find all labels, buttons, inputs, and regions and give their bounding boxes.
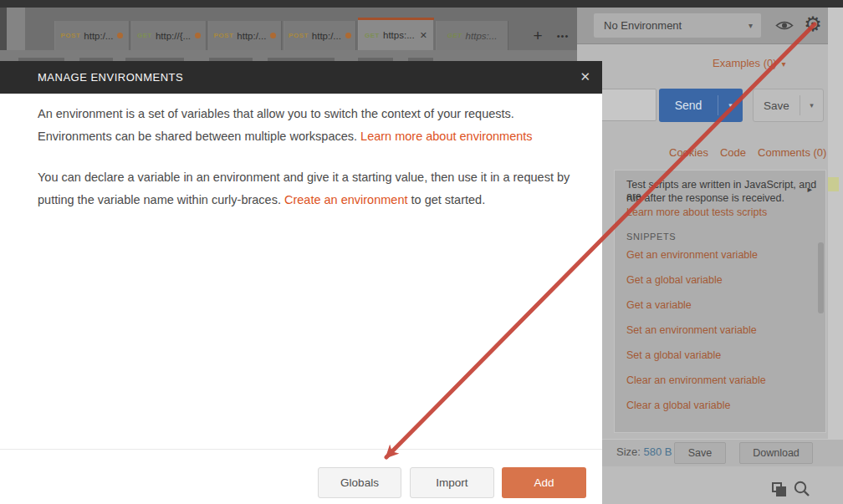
send-button[interactable]: Send ▾	[659, 89, 743, 122]
save-button[interactable]: Save ▾	[753, 89, 824, 122]
modal-paragraph-1: An environment is a set of variables tha…	[38, 103, 580, 148]
request-tab-active[interactable]: GET https:... ✕	[358, 18, 434, 50]
unsaved-dot	[270, 33, 276, 38]
tab-url: https:...	[466, 31, 498, 41]
chevron-down-icon[interactable]: ▾	[718, 101, 743, 109]
paragraph-text: to get started.	[407, 193, 485, 206]
code-link[interactable]: Code	[720, 146, 746, 159]
modal-paragraph-2: You can declare a variable in an environ…	[38, 166, 580, 211]
snippet-link[interactable]: Set a global variable	[626, 349, 721, 361]
environment-select-value: No Environment	[604, 19, 748, 32]
response-download-button[interactable]: Download	[739, 442, 813, 464]
close-icon[interactable]: ✕	[580, 69, 590, 84]
send-label: Send	[659, 99, 718, 112]
request-tab-2[interactable]: GET http://{...	[131, 21, 207, 50]
request-tab-1[interactable]: POST http:/...	[54, 21, 130, 50]
unsaved-dot	[345, 33, 351, 38]
environment-select[interactable]: No Environment ▾	[594, 13, 761, 38]
tests-description-line2: run after the response is received.	[626, 192, 784, 204]
copy-icon[interactable]	[772, 482, 787, 497]
size-label: Size:	[616, 445, 641, 458]
tab-url: http:/...	[237, 31, 266, 41]
copy-icon-front	[776, 486, 786, 496]
unsaved-dot	[195, 33, 201, 38]
scroll-marker	[828, 177, 839, 191]
snippet-link[interactable]: Get a variable	[626, 299, 692, 311]
modal-body: An environment is a set of variables tha…	[38, 103, 580, 230]
learn-more-environments-link[interactable]: Learn more about environments	[360, 130, 533, 143]
method-label: GET	[447, 32, 462, 39]
method-label: GET	[137, 32, 152, 39]
learn-more-tests-link[interactable]: Learn more about tests scripts	[626, 206, 767, 218]
request-tab-3[interactable]: POST http:/...	[208, 21, 282, 50]
examples-dropdown[interactable]: Examples (0)▾	[713, 57, 786, 69]
snippet-link[interactable]: Set an environment variable	[626, 324, 757, 336]
cookies-link[interactable]: Cookies	[669, 146, 708, 159]
add-button[interactable]: Add	[502, 467, 586, 498]
settings-gear-button[interactable]: ⚙	[800, 11, 825, 38]
snippet-link[interactable]: Get an environment variable	[626, 249, 758, 261]
method-label: POST	[289, 32, 309, 39]
snippet-link[interactable]: Get a global variable	[626, 274, 723, 286]
snippet-link[interactable]: Clear a global variable	[626, 400, 730, 411]
eye-icon	[775, 19, 794, 32]
method-label: POST	[214, 32, 234, 39]
modal-header: MANAGE ENVIRONMENTS ✕	[0, 61, 602, 94]
gear-icon: ⚙	[804, 13, 822, 36]
scrollbar-thumb[interactable]	[818, 242, 824, 313]
import-button[interactable]: Import	[410, 467, 494, 498]
tab-url: http://{...	[156, 31, 191, 41]
snippet-link[interactable]: Clear an environment variable	[626, 374, 766, 386]
unsaved-dot	[117, 33, 123, 38]
response-save-button[interactable]: Save	[674, 442, 726, 464]
method-label: POST	[61, 32, 81, 39]
globals-button[interactable]: Globals	[318, 467, 401, 498]
response-size: Size: 580 B	[616, 445, 672, 458]
modal-title: MANAGE ENVIRONMENTS	[38, 71, 183, 84]
tab-url: http:/...	[312, 31, 341, 41]
save-label: Save	[754, 99, 800, 112]
new-tab-button[interactable]: +	[527, 21, 549, 50]
method-label: GET	[365, 32, 380, 39]
comments-link[interactable]: Comments (0)	[758, 146, 826, 159]
chevron-down-icon[interactable]: ▾	[800, 101, 823, 109]
size-value: 580 B	[644, 445, 672, 458]
more-tabs-button[interactable]: •••	[550, 21, 575, 50]
scroll-gutter	[828, 8, 843, 439]
app-header-strip	[0, 0, 843, 8]
chevron-down-icon: ▾	[782, 59, 786, 69]
create-environment-link[interactable]: Create an environment	[284, 193, 408, 206]
dimmed-url-row	[0, 50, 602, 61]
environment-quick-look-button[interactable]	[773, 14, 796, 37]
tab-url: http:/...	[84, 31, 113, 41]
manage-environments-modal: MANAGE ENVIRONMENTS ✕ An environment is …	[0, 61, 602, 504]
postman-app: POST http:/... GET http://{... POST http…	[0, 0, 843, 504]
examples-label: Examples (0)	[713, 57, 777, 69]
search-response-button[interactable]	[793, 480, 811, 501]
tab-url: https:...	[383, 30, 415, 40]
modal-footer: Globals Import Add	[0, 449, 602, 504]
request-tab-4[interactable]: POST http:/...	[284, 21, 356, 50]
request-meta-links: Cookies Code Comments (0)	[669, 146, 836, 159]
close-tab-icon[interactable]: ✕	[420, 30, 427, 41]
request-tab-preview[interactable]: GET https:...	[436, 21, 508, 50]
search-icon	[793, 480, 811, 498]
collapse-panel-chevron-icon[interactable]: ▸	[807, 184, 812, 195]
snippets-heading: SNIPPETS	[626, 232, 676, 242]
chevron-down-icon: ▾	[748, 21, 753, 30]
tests-snippets-panel: Test scripts are written in JavaScript, …	[614, 170, 826, 433]
